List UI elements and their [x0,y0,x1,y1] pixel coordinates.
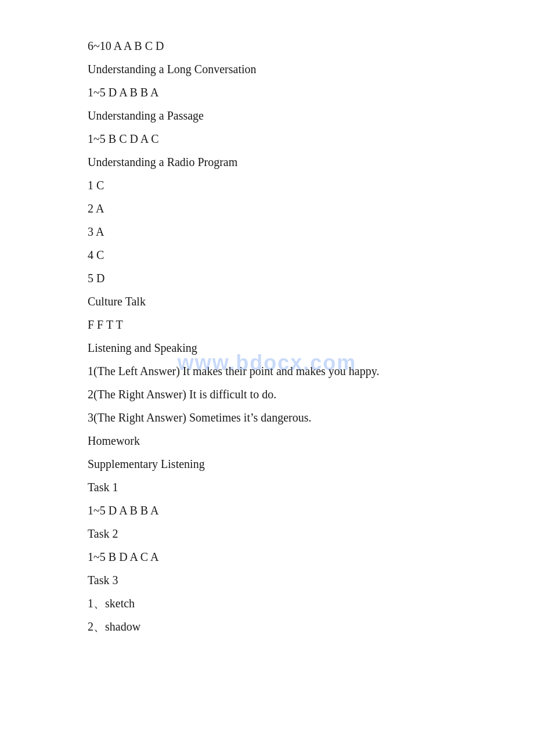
line-2: Understanding a Long Conversation [88,58,446,80]
line-19: Supplementary Listening [88,453,446,475]
line-3: 1~5 D A B B A [88,81,446,103]
line-5: 1~5 B C D A C [88,128,446,150]
line-24: Task 3 [88,569,446,591]
line-16: 2(The Right Answer) It is difficult to d… [88,383,446,405]
line-18: Homework [88,430,446,452]
line-4: Understanding a Passage [88,105,446,127]
line-20: Task 1 [88,476,446,498]
line-7: 1 C [88,174,446,196]
line-21: 1~5 D A B B A [88,499,446,521]
line-15: 1(The Left Answer) It makes their point … [88,360,446,382]
line-26: 2、shadow [88,615,446,638]
line-1: 6~10 A A B C D [88,35,446,57]
line-6: Understanding a Radio Program [88,151,446,173]
line-23: 1~5 B D A C A [88,546,446,568]
line-12: Culture Talk [88,290,446,312]
line-8: 2 A [88,197,446,219]
line-10: 4 C [88,244,446,266]
page-content: 6~10 A A B C DUnderstanding a Long Conve… [0,0,534,674]
line-22: Task 2 [88,523,446,545]
line-25: 1、sketch [88,592,446,614]
line-14: Listening and Speaking [88,337,446,359]
line-9: 3 A [88,221,446,243]
line-13: F F T T [88,314,446,336]
line-17: 3(The Right Answer) Sometimes it’s dange… [88,406,446,429]
line-11: 5 D [88,267,446,289]
